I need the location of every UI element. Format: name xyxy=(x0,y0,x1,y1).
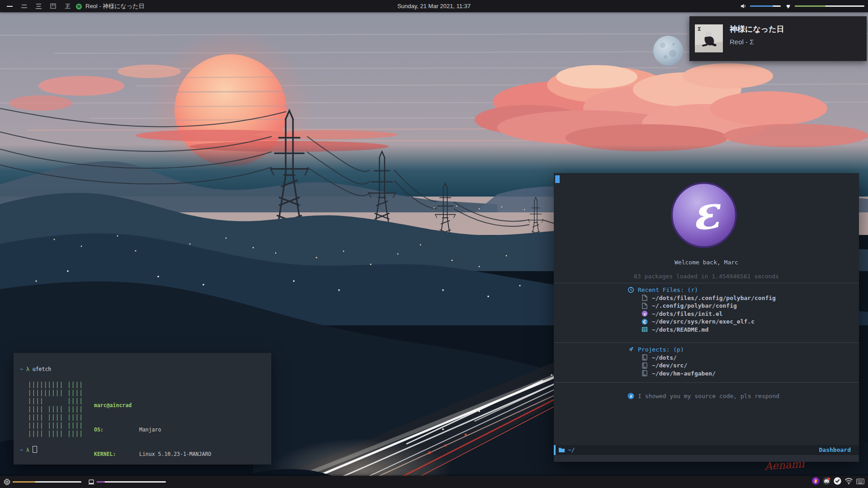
lambda-prompt: λ xyxy=(26,447,33,453)
emacs-file-icon: ε xyxy=(641,310,648,317)
emacs-echo-area xyxy=(554,455,859,462)
repo-icon xyxy=(641,354,648,361)
emacs-modeline: ~/ Dashboard xyxy=(554,445,859,455)
music-app-icon[interactable] xyxy=(812,477,820,487)
song-progress-slider[interactable] xyxy=(795,5,864,7)
spotify-icon[interactable] xyxy=(76,3,82,11)
folder-icon xyxy=(558,447,565,454)
laptop-icon xyxy=(88,479,95,487)
file-icon xyxy=(641,303,648,309)
ufetch-output: marc@aincrad OS:Manjaro KERNEL:Linux 5.1… xyxy=(94,385,211,488)
rocket-icon xyxy=(627,346,634,353)
repo-icon xyxy=(641,362,648,369)
cpu-chip-icon xyxy=(4,479,10,487)
updates-ok-icon[interactable] xyxy=(834,477,841,487)
moon xyxy=(653,36,683,66)
emacs-ball-icon: ε xyxy=(627,393,634,399)
heart-icon: ♥ xyxy=(786,0,790,12)
recent-file-item[interactable]: ~/dots/files/.config/polybar/config xyxy=(554,294,859,302)
project-item[interactable]: ~/dev/src/ xyxy=(554,361,859,370)
brightness-slider[interactable] xyxy=(97,481,166,483)
markdown-icon xyxy=(641,327,648,332)
terminal-prompt[interactable]: ~ λ xyxy=(20,446,37,454)
project-item[interactable]: ~/dev/hm-aufgaben/ xyxy=(554,370,859,378)
workspace-item-3[interactable] xyxy=(35,0,42,16)
discord-icon[interactable] xyxy=(823,477,830,487)
workspace-item-1[interactable] xyxy=(6,0,13,16)
svg-text:ε: ε xyxy=(643,311,646,316)
recent-files-section: Recent Files: (r) ~/dots/files/.config/p… xyxy=(554,286,859,333)
notification-subtitle: Reol - Σ xyxy=(730,38,754,46)
volume-slider[interactable] xyxy=(750,5,781,7)
dashboard-footer: ε I showed you my source code, pls respo… xyxy=(554,392,853,400)
separator xyxy=(554,343,859,343)
lambda-prompt: λ xyxy=(26,366,33,372)
top-bar: Reol - 神様になった日 Sunday, 21 Mar 2021, 11:3… xyxy=(0,0,868,12)
workspace-switcher xyxy=(6,0,71,16)
recent-file-item[interactable]: C ~/dev/src/sys/kern/exec_elf.c xyxy=(554,318,859,326)
modeline-accent-bar xyxy=(554,445,556,455)
svg-text:Σ: Σ xyxy=(698,26,701,32)
terminal-window[interactable]: ~ λ ufetch │││││││││ ││││ │││││││││ ││││… xyxy=(14,353,271,465)
keyboard-icon[interactable] xyxy=(856,478,864,486)
bottom-bar xyxy=(0,476,868,488)
emacs-window[interactable]: ε Welcome back, Marc 63 packages loaded … xyxy=(554,173,859,462)
dashboard-welcome: Welcome back, Marc xyxy=(554,259,859,266)
terminal-command-line: ~ λ ufetch xyxy=(20,365,51,373)
manjaro-ascii-logo: │││││││││ ││││ │││││││││ ││││ ││││ ││││ … xyxy=(28,381,83,438)
terminal-cursor xyxy=(33,446,37,453)
separator xyxy=(554,382,859,383)
projects-section: Projects: (p) ~/dots/ ~/dev/src/ ~/dev/h… xyxy=(554,346,859,377)
emacs-logo-icon: ε xyxy=(670,181,738,250)
system-tray xyxy=(812,476,864,488)
workspace-item-4[interactable] xyxy=(50,0,57,16)
wifi-icon[interactable] xyxy=(844,478,853,486)
cpu-slider[interactable] xyxy=(13,481,81,483)
recent-file-item[interactable]: ~/.config/polybar/config xyxy=(554,302,859,310)
workspace-item-2[interactable] xyxy=(21,0,28,16)
terminal-command: ufetch xyxy=(33,366,52,372)
workspace-item-5[interactable] xyxy=(64,0,71,16)
now-playing-label[interactable]: Reol - 神様になった日 xyxy=(85,0,145,12)
emacs-cursor xyxy=(555,175,560,183)
user-host: marc@aincrad xyxy=(94,402,132,408)
speaker-icon[interactable] xyxy=(740,3,747,11)
history-icon xyxy=(627,286,634,293)
notification-popup[interactable]: Σ 神様になった日 Reol - Σ xyxy=(689,16,867,61)
modeline-buffer-name: Dashboard xyxy=(819,445,851,455)
repo-icon xyxy=(641,370,648,376)
file-icon xyxy=(641,295,648,301)
modeline-path: ~/ xyxy=(568,445,575,455)
clock: Sunday, 21 Mar 2021, 11:37 xyxy=(397,0,471,12)
c-lang-icon: C xyxy=(641,319,648,325)
recent-file-item[interactable]: ε ~/dots/files/init.el xyxy=(554,310,859,318)
recent-files-header[interactable]: Recent Files: (r) xyxy=(554,286,859,294)
album-art: Σ xyxy=(695,24,723,54)
project-item[interactable]: ~/dots/ xyxy=(554,354,859,362)
projects-header[interactable]: Projects: (p) xyxy=(554,346,859,354)
notification-title: 神様になった日 xyxy=(730,24,784,34)
recent-file-item[interactable]: ~/dots/README.md xyxy=(554,326,859,334)
svg-text:C: C xyxy=(643,319,646,324)
separator xyxy=(554,283,859,283)
dashboard-load-info: 63 packages loaded in 1.454946561 second… xyxy=(554,273,859,280)
